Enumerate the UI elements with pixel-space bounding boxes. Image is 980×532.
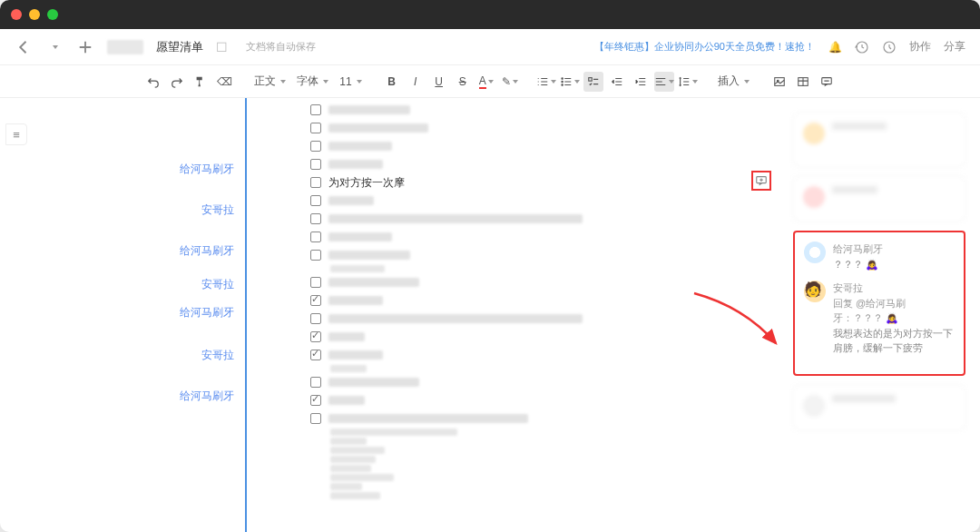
undo-button[interactable] — [143, 72, 163, 92]
minimize-dot[interactable] — [29, 9, 40, 20]
bookmark-icon[interactable]: ☐ — [216, 40, 228, 54]
text-color-button[interactable]: A — [476, 72, 496, 92]
checkbox[interactable] — [310, 104, 321, 115]
svg-point-2 — [562, 77, 563, 78]
checkbox[interactable] — [310, 159, 321, 170]
doc-title[interactable]: 愿望清单 — [156, 39, 203, 55]
font-size-label: 11 — [339, 75, 351, 88]
dropdown-button[interactable] — [45, 38, 64, 56]
outline-item[interactable]: 给河马刷牙 — [47, 305, 234, 320]
comment-card-blurred[interactable] — [793, 176, 965, 222]
new-button[interactable] — [76, 38, 94, 56]
comment-card-blurred[interactable] — [793, 385, 965, 430]
document-body[interactable]: 为对方按一次摩 — [245, 98, 788, 532]
app-window: 愿望清单 ☐ 文档将自动保存 【年终钜惠】企业协同办公90天全员免费！速抢！ 🔔… — [0, 0, 980, 532]
promo-link[interactable]: 【年终钜惠】企业协同办公90天全员免费！速抢！ — [594, 40, 815, 54]
line-height-button[interactable] — [678, 72, 698, 92]
redo-button[interactable] — [167, 72, 187, 92]
image-button[interactable] — [769, 72, 789, 92]
task-line[interactable] — [310, 347, 788, 363]
outline-item[interactable]: 给河马刷牙 — [47, 243, 234, 259]
outline-item[interactable]: 安哥拉 — [47, 348, 234, 363]
checkbox-checked[interactable] — [310, 331, 321, 342]
checkbox[interactable] — [310, 250, 321, 261]
blurred-text — [328, 396, 365, 405]
task-line[interactable] — [310, 192, 788, 209]
checkbox[interactable] — [310, 232, 321, 242]
task-line[interactable] — [310, 374, 788, 390]
font-size-select[interactable]: 11 — [336, 75, 365, 88]
comment-button[interactable] — [817, 72, 837, 92]
emoji-icon: 🙇‍♀️ — [886, 312, 898, 323]
format-toolbar: ⌫ 正文 字体 11 B I U S A ✎ 插入 — [0, 65, 980, 98]
share-button[interactable]: 分享 — [944, 39, 965, 54]
unordered-list-button[interactable] — [560, 72, 580, 92]
back-button[interactable] — [15, 38, 33, 56]
checkbox[interactable] — [310, 123, 321, 133]
blurred-text — [328, 142, 392, 151]
task-line[interactable]: 为对方按一次摩 — [310, 174, 788, 191]
checkbox-checked[interactable] — [310, 350, 321, 360]
comment-card-blurred[interactable] — [793, 113, 965, 167]
task-line[interactable] — [310, 102, 788, 118]
comment-card-highlighted[interactable]: 给河马刷牙 ？？？ 🙇‍♀️ 🧑 安哥拉 回复 @给河马刷牙：？？？ 🙇‍♀️ … — [793, 231, 965, 376]
checkbox[interactable] — [310, 141, 321, 152]
align-button[interactable] — [654, 72, 674, 92]
highlight-button[interactable]: ✎ — [500, 72, 520, 92]
collab-button[interactable]: 协作 — [909, 39, 931, 54]
outdent-button[interactable] — [607, 72, 627, 92]
italic-button[interactable]: I — [406, 72, 426, 92]
history-icon[interactable] — [855, 40, 869, 54]
comment-text: ？？？ — [833, 259, 863, 270]
task-line[interactable] — [310, 310, 788, 327]
font-family-select[interactable]: 字体 — [293, 74, 332, 89]
strike-button[interactable]: S — [453, 72, 473, 92]
paragraph-style-select[interactable]: 正文 — [250, 74, 289, 89]
ordered-list-button[interactable] — [536, 72, 556, 92]
task-line[interactable] — [310, 292, 788, 309]
underline-button[interactable]: U — [429, 72, 449, 92]
blurred-text — [328, 123, 428, 133]
blurred-text — [328, 296, 383, 305]
outline-item[interactable]: 给河马刷牙 — [47, 162, 234, 177]
format-painter-button[interactable] — [191, 72, 211, 92]
task-line[interactable] — [310, 410, 788, 427]
table-button[interactable] — [793, 72, 813, 92]
bell-icon[interactable]: 🔔 — [828, 40, 842, 54]
task-line[interactable] — [310, 229, 788, 245]
bold-button[interactable]: B — [382, 72, 402, 92]
task-line[interactable] — [310, 211, 788, 227]
checkbox-checked[interactable] — [310, 395, 321, 406]
maximize-dot[interactable] — [47, 9, 58, 20]
indent-button[interactable] — [631, 72, 651, 92]
task-line[interactable] — [310, 120, 788, 136]
checkbox[interactable] — [310, 377, 321, 388]
outline-toggle[interactable]: ≡ — [5, 123, 27, 145]
task-line[interactable] — [310, 329, 788, 345]
insert-menu[interactable]: 插入 — [714, 74, 753, 89]
checkbox[interactable] — [310, 313, 321, 324]
close-dot[interactable] — [11, 9, 22, 20]
comment-author: 给河马刷牙 — [833, 241, 883, 257]
task-line[interactable] — [310, 247, 788, 263]
document-area: 给河马刷牙 安哥拉 给河马刷牙 安哥拉 给河马刷牙 安哥拉 给河马刷牙 为对方按… — [0, 98, 788, 532]
checkbox[interactable] — [310, 195, 321, 206]
clock-icon[interactable] — [882, 40, 897, 54]
task-line[interactable] — [310, 156, 788, 172]
add-comment-icon[interactable] — [751, 171, 771, 191]
outline-item[interactable]: 安哥拉 — [47, 277, 234, 292]
task-line[interactable] — [310, 392, 788, 409]
checkbox[interactable] — [310, 177, 321, 188]
blurred-text — [330, 265, 385, 272]
checkbox[interactable] — [310, 213, 321, 224]
checklist-button[interactable] — [583, 72, 603, 92]
checkbox[interactable] — [310, 413, 321, 424]
blurred-text — [328, 196, 374, 205]
outline-item[interactable]: 给河马刷牙 — [47, 389, 234, 404]
task-line[interactable] — [310, 138, 788, 154]
checkbox[interactable] — [310, 277, 321, 288]
task-line[interactable] — [310, 274, 788, 291]
outline-item[interactable]: 安哥拉 — [47, 202, 234, 218]
clear-format-button[interactable]: ⌫ — [214, 72, 234, 92]
checkbox-checked[interactable] — [310, 295, 321, 306]
